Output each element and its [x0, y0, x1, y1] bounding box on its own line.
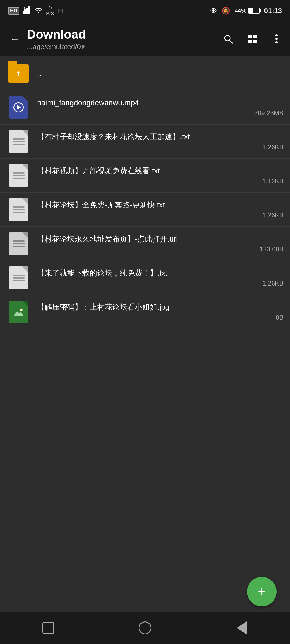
list-item[interactable]: naimi_fangdongdewanwu.mp4 209.23MB	[0, 90, 290, 125]
svg-rect-11	[253, 40, 257, 43]
nav-recents-button[interactable]	[38, 617, 59, 639]
file-info: 【村花论坛永久地址发布页】-点此打开.url 123.00B	[37, 234, 284, 253]
search-button[interactable]	[220, 31, 236, 47]
file-size: 1.26KB	[262, 211, 284, 219]
clock: 01:13	[264, 7, 282, 15]
svg-rect-1	[24, 9, 26, 14]
play-triangle-icon	[17, 105, 21, 110]
file-info: naimi_fangdongdewanwu.mp4 209.23MB	[37, 98, 284, 117]
battery-fill	[249, 8, 253, 13]
svg-point-12	[276, 34, 278, 36]
svg-point-13	[276, 38, 278, 40]
path-arrow-icon	[82, 45, 85, 49]
jpg-icon-wrap	[6, 300, 31, 324]
eye-icon: 👁	[210, 6, 217, 15]
back-button[interactable]: ←	[5, 30, 24, 48]
file-info: 【来了就能下载的论坛，纯免费！】.txt 1.26KB	[37, 268, 284, 287]
file-size: 123.00B	[260, 246, 284, 253]
storage-icon: ⊟	[57, 7, 63, 15]
folder-up-icon-wrap: ↑	[6, 61, 31, 85]
folder-up-icon: ↑	[8, 64, 29, 83]
txt-file-icon	[9, 164, 28, 187]
txt-file-icon	[9, 266, 28, 289]
file-size: 0B	[276, 314, 284, 321]
list-item[interactable]: ↑ ..	[0, 56, 290, 90]
file-name: 【有种子却没速度？来村花论坛人工加速】.txt	[37, 132, 284, 142]
back-arrow-icon: ←	[10, 33, 20, 45]
back-icon	[237, 621, 247, 634]
home-icon	[139, 621, 151, 634]
battery-percent: 44%	[234, 7, 246, 14]
bell-mute-icon: 🔕	[222, 7, 230, 15]
more-options-button[interactable]	[269, 31, 285, 47]
up-arrow-icon: ↑	[16, 68, 21, 78]
jpg-file-icon	[9, 301, 28, 323]
svg-point-6	[225, 35, 230, 41]
current-path: ...age/emulated/0	[27, 43, 218, 51]
file-info: ..	[37, 68, 284, 78]
svg-line-7	[230, 40, 233, 43]
txt-icon-wrap	[6, 129, 31, 153]
title-area: Download ...age/emulated/0	[27, 27, 218, 51]
status-bar: HD 5G 27 B/S ⊟ 👁 🔕 44%	[0, 0, 290, 21]
list-item[interactable]: 【解压密码】：上村花论坛看小姐姐.jpg 0B	[0, 295, 290, 329]
file-size: 209.23MB	[254, 109, 284, 116]
file-info: 【村花视频】万部视频免费在线看.txt 1.12KB	[37, 166, 284, 185]
svg-rect-10	[248, 40, 252, 43]
file-info: 【解压密码】：上村花论坛看小姐姐.jpg 0B	[37, 302, 284, 321]
file-name: ..	[37, 68, 284, 78]
txt-file-icon	[9, 198, 28, 221]
file-name: 【村花视频】万部视频免费在线看.txt	[37, 166, 284, 176]
hd-badge: HD	[8, 7, 19, 15]
url-file-icon	[9, 232, 28, 255]
file-name: 【村花论坛永久地址发布页】-点此打开.url	[37, 234, 284, 244]
list-item[interactable]: 【村花视频】万部视频免费在线看.txt 1.12KB	[0, 159, 290, 193]
txt-icon-wrap	[6, 197, 31, 222]
svg-rect-0	[23, 11, 24, 14]
wifi-icon	[34, 6, 43, 15]
file-size: 1.26KB	[262, 143, 284, 151]
navigation-bar	[0, 612, 290, 644]
svg-marker-16	[14, 311, 23, 316]
file-size: 1.12KB	[262, 177, 284, 185]
file-name: 【解压密码】：上村花论坛看小姐姐.jpg	[37, 302, 284, 312]
video-file-icon	[9, 96, 28, 119]
svg-point-5	[38, 12, 39, 13]
txt-icon-wrap	[6, 163, 31, 188]
grid-view-button[interactable]	[244, 31, 260, 47]
nav-back-button[interactable]	[231, 617, 252, 639]
list-item[interactable]: 【村花论坛永久地址发布页】-点此打开.url 123.00B	[0, 227, 290, 261]
play-circle-icon	[13, 102, 24, 112]
add-fab-button[interactable]: +	[247, 577, 277, 606]
svg-rect-9	[253, 35, 257, 38]
signal-icon: 5G	[23, 6, 31, 15]
list-item[interactable]: 【来了就能下载的论坛，纯免费！】.txt 1.26KB	[0, 261, 290, 295]
svg-text:5G: 5G	[23, 6, 27, 9]
file-size: 1.26KB	[262, 280, 284, 287]
file-list: ↑ .. naimi_fangdongdewanwu.mp4 209.23MB	[0, 56, 290, 329]
url-icon-wrap	[6, 232, 31, 256]
data-speed: 27 B/S	[46, 5, 54, 17]
file-name: 【来了就能下载的论坛，纯免费！】.txt	[37, 268, 284, 278]
list-item[interactable]: 【有种子却没速度？来村花论坛人工加速】.txt 1.26KB	[0, 125, 290, 159]
file-info: 【有种子却没速度？来村花论坛人工加速】.txt 1.26KB	[37, 132, 284, 151]
list-item[interactable]: 【村花论坛】全免费-无套路-更新快.txt 1.26KB	[0, 193, 290, 227]
file-name: naimi_fangdongdewanwu.mp4	[37, 98, 139, 108]
svg-point-17	[20, 309, 23, 311]
battery-info: 44%	[234, 7, 260, 14]
svg-rect-3	[28, 6, 30, 14]
svg-rect-2	[26, 8, 28, 14]
svg-point-14	[276, 41, 278, 43]
nav-home-button[interactable]	[134, 617, 156, 639]
file-name: 【村花论坛】全免费-无套路-更新快.txt	[37, 200, 284, 210]
video-icon-wrap	[6, 95, 31, 119]
app-bar: ← Download ...age/emulated/0	[0, 21, 290, 56]
file-info: 【村花论坛】全免费-无套路-更新快.txt 1.26KB	[37, 200, 284, 219]
battery-bar	[248, 8, 260, 14]
plus-icon: +	[258, 585, 266, 599]
page-title: Download	[27, 27, 218, 42]
toolbar-icons	[220, 31, 285, 47]
txt-icon-wrap	[6, 266, 31, 290]
txt-file-icon	[9, 130, 28, 153]
recents-icon	[42, 622, 54, 634]
